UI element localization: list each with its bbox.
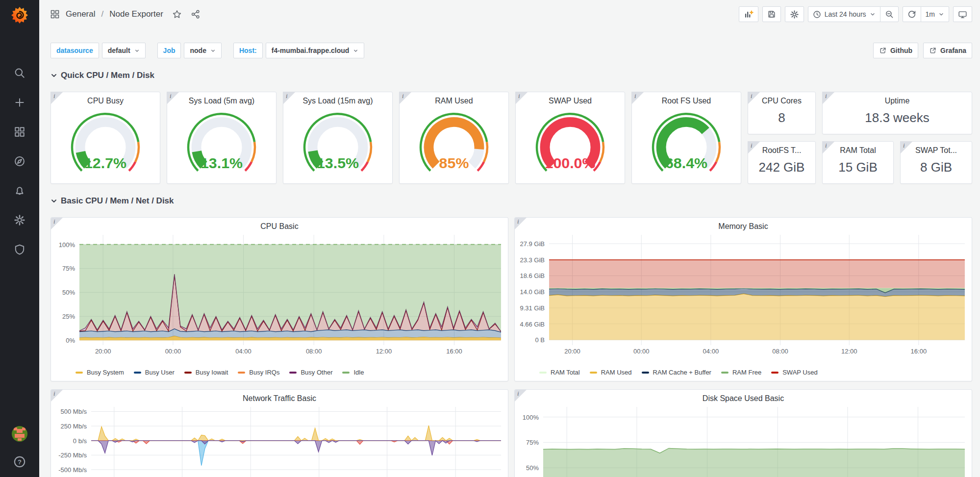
- breadcrumb-folder[interactable]: General: [66, 9, 95, 19]
- panel-title[interactable]: CPU Basic: [51, 218, 508, 231]
- legend-item[interactable]: Busy Iowait: [184, 369, 228, 376]
- dashboards-icon[interactable]: [13, 126, 26, 138]
- variable-label-job: Job: [157, 43, 181, 58]
- panel-title[interactable]: Memory Basic: [515, 218, 972, 231]
- variable-job: Job node: [157, 43, 222, 58]
- legend-swatch: [134, 372, 141, 374]
- network-traffic-plot[interactable]: [91, 407, 501, 477]
- panel-rootfs-total: i RootFS T... 242 GiB: [748, 141, 816, 184]
- external-link-icon: [929, 47, 937, 54]
- panel-info-icon[interactable]: i: [631, 92, 644, 104]
- zoom-out-time-button[interactable]: [880, 6, 899, 22]
- help-icon[interactable]: ?: [13, 455, 26, 468]
- time-range-picker[interactable]: Last 24 hours: [808, 6, 880, 22]
- alerting-bell-icon[interactable]: [13, 184, 26, 197]
- panel-info-icon[interactable]: i: [50, 92, 63, 104]
- gauge-cpu-busy: 12.7%: [51, 105, 160, 183]
- legend-label: Busy System: [87, 369, 124, 376]
- panel-title[interactable]: SWAP Used: [516, 92, 625, 105]
- breadcrumb-dashboard-title[interactable]: Node Exporter: [109, 9, 163, 19]
- save-dashboard-button[interactable]: [762, 6, 781, 22]
- panel-info-icon[interactable]: i: [822, 141, 835, 154]
- variable-value-host[interactable]: f4-mumbai.frappe.cloud: [266, 43, 365, 58]
- legend-item[interactable]: RAM Used: [590, 369, 632, 376]
- panel-info-icon[interactable]: i: [167, 92, 179, 104]
- dashboard-submenu: datasource default Job node Host: f4-mum…: [39, 43, 980, 58]
- chevron-down-icon: [938, 11, 944, 17]
- favorite-star-icon[interactable]: [172, 9, 182, 19]
- svg-text:12.7%: 12.7%: [84, 154, 126, 171]
- sidebar: ?: [0, 0, 39, 477]
- panel-cpu-basic: i CPU Basic 0%25%50%75%100% 20:0000:0004…: [50, 217, 508, 381]
- x-axis-tick: 08:00: [772, 348, 788, 355]
- create-plus-icon[interactable]: [13, 96, 26, 109]
- y-axis-tick: 0 b/s: [73, 437, 87, 444]
- user-avatar[interactable]: [11, 425, 28, 443]
- panel-title[interactable]: Disk Space Used Basic: [515, 390, 972, 403]
- admin-shield-icon[interactable]: [13, 243, 26, 256]
- legend-item[interactable]: Idle: [342, 369, 364, 376]
- panel-info-icon[interactable]: i: [50, 217, 63, 230]
- search-icon[interactable]: [13, 67, 26, 79]
- add-panel-button[interactable]: [739, 6, 758, 22]
- disk-space-plot[interactable]: [543, 407, 965, 477]
- y-axis-tick: 100%: [523, 413, 539, 421]
- refresh-button[interactable]: [903, 6, 921, 22]
- panel-title[interactable]: Sys Load (15m avg): [283, 92, 392, 105]
- legend-item[interactable]: Busy User: [134, 369, 175, 376]
- memory-basic-plot[interactable]: [549, 235, 965, 345]
- breadcrumb: General / Node Exporter: [50, 9, 201, 19]
- share-icon[interactable]: [191, 9, 201, 19]
- variable-label-host: Host:: [233, 43, 263, 58]
- legend-swatch: [642, 372, 649, 374]
- y-axis: 100%75%50%: [518, 407, 543, 477]
- refresh-interval-picker[interactable]: 1m: [921, 6, 949, 22]
- kiosk-tv-button[interactable]: [953, 6, 972, 22]
- panel-title[interactable]: CPU Busy: [51, 92, 160, 105]
- row-header-basic[interactable]: Basic CPU / Mem / Net / Disk: [50, 195, 972, 207]
- chevron-down-icon: [134, 48, 140, 53]
- gauge-sys-load-5m: 13.1%: [167, 105, 276, 183]
- panel-title[interactable]: Network Traffic Basic: [51, 390, 508, 403]
- panel-info-icon[interactable]: i: [283, 92, 296, 104]
- dashboard-toolbar: Last 24 hours 1m: [739, 6, 972, 22]
- panel-title[interactable]: RAM Used: [400, 92, 508, 105]
- variable-value-datasource[interactable]: default: [102, 43, 146, 58]
- variable-value-job[interactable]: node: [184, 43, 221, 58]
- grafana-logo[interactable]: [8, 4, 31, 26]
- panel-info-icon[interactable]: i: [515, 92, 528, 104]
- y-axis-tick: 0 B: [535, 336, 545, 344]
- legend-item[interactable]: RAM Cache + Buffer: [642, 369, 711, 376]
- panel-title[interactable]: Uptime: [823, 92, 972, 105]
- settings-gear-icon[interactable]: [13, 214, 26, 226]
- x-axis-tick: 04:00: [235, 348, 251, 355]
- panel-info-icon[interactable]: i: [50, 389, 63, 402]
- panel-info-icon[interactable]: i: [822, 92, 835, 104]
- legend-item[interactable]: Busy IRQs: [238, 369, 279, 376]
- legend-item[interactable]: Busy System: [75, 369, 124, 376]
- panel-info-icon[interactable]: i: [514, 389, 527, 402]
- x-axis-tick: 16:00: [446, 348, 462, 355]
- legend-item[interactable]: RAM Free: [721, 369, 761, 376]
- panel-info-icon[interactable]: i: [514, 217, 527, 230]
- grafana-link-button[interactable]: Grafana: [923, 43, 972, 58]
- legend-item[interactable]: SWAP Used: [771, 369, 818, 376]
- legend-item[interactable]: Busy Other: [289, 369, 332, 376]
- row-header-quick[interactable]: Quick CPU / Mem / Disk: [50, 69, 972, 82]
- panel-cpu-cores: i CPU Cores 8: [748, 92, 816, 134]
- panel-cpu-busy: i CPU Busy 12.7%: [50, 92, 160, 184]
- legend-item[interactable]: RAM Total: [539, 369, 580, 376]
- y-axis: 0 B4.66 GiB9.31 GiB14.0 GiB18.6 GiB23.3 …: [518, 235, 549, 369]
- panel-info-icon[interactable]: i: [399, 92, 412, 104]
- cpu-basic-plot[interactable]: [79, 235, 501, 345]
- panel-title[interactable]: Root FS Used: [632, 92, 741, 105]
- explore-compass-icon[interactable]: [13, 155, 26, 168]
- panel-info-icon[interactable]: i: [748, 141, 760, 154]
- panel-title[interactable]: Sys Load (5m avg): [167, 92, 276, 105]
- dashboard-settings-button[interactable]: [785, 6, 804, 22]
- legend-swatch: [184, 372, 192, 374]
- panel-info-icon[interactable]: i: [900, 141, 913, 154]
- github-link-button[interactable]: Github: [873, 43, 918, 58]
- panel-info-icon[interactable]: i: [748, 92, 760, 104]
- x-axis-tick: 16:00: [911, 348, 927, 355]
